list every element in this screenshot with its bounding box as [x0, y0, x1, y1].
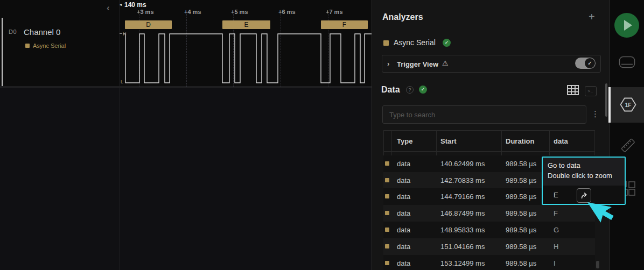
table-scrollbar[interactable]: [596, 261, 599, 268]
goto-data-button[interactable]: [577, 188, 591, 203]
cell-duration: 989.58 µs: [506, 238, 536, 255]
cell-type: data: [397, 188, 410, 205]
table-view-icon[interactable]: [567, 85, 579, 96]
table-row[interactable]: data 146.87499 ms 989.58 µs F: [383, 205, 595, 222]
table-row[interactable]: data 148.95833 ms 989.58 µs G: [383, 222, 595, 238]
selected-tab-indicator: [608, 87, 611, 123]
data-ok-badge: ✓: [419, 86, 427, 94]
mouse-cursor: [587, 202, 589, 203]
cell-start: 148.95833 ms: [440, 222, 485, 238]
table-border: [383, 130, 595, 131]
cell-value: G: [554, 222, 559, 238]
cell-duration: 989.58 µs: [506, 155, 536, 172]
high-level-dash: [120, 33, 122, 34]
tooltip-bubble: Go to data Double click to zoom: [543, 158, 625, 186]
right-toolbar: [610, 0, 644, 270]
device-icon[interactable]: [619, 56, 635, 69]
cell-start: 142.70833 ms: [440, 172, 485, 189]
table-border: [383, 151, 595, 152]
column-header-duration[interactable]: Duration: [506, 137, 534, 145]
analyzer-ok-badge: ✓: [443, 39, 451, 47]
digital-waveform: [0, 0, 372, 270]
cell-start: 144.79166 ms: [440, 188, 485, 205]
cell-duration: 989.58 µs: [506, 172, 536, 189]
search-box: [382, 105, 586, 124]
cell-duration: 989.58 µs: [506, 222, 536, 238]
analyzers-title: Analyzers: [382, 12, 423, 22]
svg-text:1F: 1F: [625, 102, 632, 108]
high-level-label: H: [123, 31, 127, 37]
cell-duration: 989.58 µs: [506, 255, 536, 270]
table-row[interactable]: data 151.04166 ms 989.58 µs H: [383, 238, 595, 255]
cell-start: 151.04166 ms: [440, 238, 485, 255]
cell-type: data: [397, 155, 410, 172]
jump-arrow-icon: [580, 191, 589, 200]
cell-start: 153.12499 ms: [440, 255, 485, 270]
play-icon: [624, 20, 632, 31]
hovered-data-cell[interactable]: E: [543, 186, 625, 204]
run-capture-button[interactable]: [614, 13, 639, 38]
trigger-view-toggle[interactable]: ✓: [575, 58, 596, 69]
analyzer-name[interactable]: Async Serial: [394, 38, 436, 47]
column-header-data[interactable]: data: [554, 137, 568, 145]
terminal-view-icon[interactable]: >_: [585, 86, 597, 96]
waveform-region[interactable]: ‹ D0 Channel 0 Async Serial ◂ 140 ms +3 …: [0, 0, 372, 270]
toggle-check-icon: ✓: [585, 58, 595, 68]
cell-value: E: [554, 188, 558, 202]
row-color-swatch: [385, 261, 389, 265]
row-color-swatch: [385, 178, 389, 182]
warning-icon: ⚠: [442, 59, 449, 67]
cell-value: H: [554, 238, 558, 255]
tooltip-line-1: Go to data: [548, 161, 580, 169]
expand-chevron-icon[interactable]: ›: [387, 60, 389, 68]
cell-type: data: [397, 255, 410, 270]
tooltip-line-2: Double click to zoom: [548, 172, 612, 180]
row-color-swatch: [385, 194, 389, 198]
row-color-swatch: [385, 161, 389, 166]
cell-duration: 989.58 µs: [506, 205, 536, 222]
column-header-start[interactable]: Start: [440, 137, 457, 145]
cell-type: data: [397, 172, 410, 189]
logic-analyzer-app: ‹ D0 Channel 0 Async Serial ◂ 140 ms +3 …: [0, 0, 644, 270]
cell-type: data: [397, 222, 410, 238]
row-color-swatch: [385, 211, 389, 215]
add-analyzer-icon[interactable]: +: [589, 11, 595, 23]
table-menu-icon[interactable]: ⋮: [591, 109, 599, 119]
column-header-type[interactable]: Type: [397, 137, 412, 145]
low-level-label: L: [121, 79, 123, 84]
cell-type: data: [397, 205, 410, 222]
tab-analyzers-icon[interactable]: 1F: [620, 97, 636, 112]
cell-value: F: [554, 205, 558, 222]
search-input[interactable]: [383, 106, 586, 123]
cell-duration: 989.58 µs: [506, 188, 536, 205]
goto-data-tooltip: Go to data Double click to zoom E: [542, 157, 626, 205]
cell-type: data: [397, 238, 410, 255]
data-title: Data: [381, 85, 400, 95]
table-row[interactable]: data 153.12499 ms 989.58 µs I: [383, 255, 595, 270]
analyzer-color-swatch: [383, 40, 389, 46]
row-color-swatch: [385, 244, 389, 248]
help-icon[interactable]: ?: [406, 86, 414, 94]
trigger-view-label: Trigger View: [397, 60, 438, 68]
row-color-swatch: [385, 228, 389, 232]
panel-scrollbar[interactable]: [605, 83, 607, 117]
cell-value: I: [554, 255, 556, 270]
cell-start: 140.62499 ms: [440, 155, 485, 172]
measurements-ruler-icon[interactable]: [619, 137, 636, 154]
cell-start: 146.87499 ms: [440, 205, 485, 222]
